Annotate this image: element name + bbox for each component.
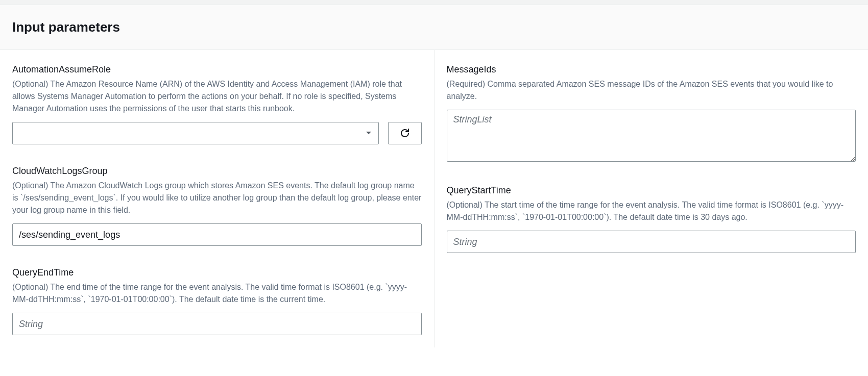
- input-cloudwatch-logs-group[interactable]: [12, 223, 422, 246]
- desc-cloudwatch-logs-group: (Optional) The Amazon CloudWatch Logs gr…: [12, 180, 422, 216]
- textarea-message-ids[interactable]: [447, 110, 856, 162]
- right-column: MessageIds (Required) Comma separated Am…: [435, 50, 869, 347]
- label-automation-assume-role: AutomationAssumeRole: [12, 64, 422, 75]
- page-title: Input parameters: [12, 19, 856, 35]
- select-automation-assume-role[interactable]: [12, 122, 379, 144]
- label-query-start-time: QueryStartTime: [447, 185, 856, 196]
- field-query-start-time: QueryStartTime (Optional) The start time…: [447, 185, 856, 253]
- input-query-start-time[interactable]: [447, 231, 856, 253]
- input-query-end-time[interactable]: [12, 313, 422, 335]
- left-column: AutomationAssumeRole (Optional) The Amaz…: [0, 50, 435, 347]
- desc-message-ids: (Required) Comma separated Amazon SES me…: [447, 78, 856, 103]
- panel-header: Input parameters: [0, 5, 868, 50]
- desc-automation-assume-role: (Optional) The Amazon Resource Name (ARN…: [12, 78, 422, 115]
- label-query-end-time: QueryEndTime: [12, 267, 422, 278]
- desc-query-start-time: (Optional) The start time of the time ra…: [447, 199, 856, 223]
- label-message-ids: MessageIds: [447, 64, 856, 75]
- field-message-ids: MessageIds (Required) Comma separated Am…: [447, 64, 856, 164]
- refresh-icon: [400, 128, 410, 138]
- field-cloudwatch-logs-group: CloudWatchLogsGroup (Optional) The Amazo…: [12, 166, 422, 246]
- field-query-end-time: QueryEndTime (Optional) The end time of …: [12, 267, 422, 335]
- desc-query-end-time: (Optional) The end time of the time rang…: [12, 281, 422, 306]
- refresh-button[interactable]: [388, 122, 422, 144]
- field-automation-assume-role: AutomationAssumeRole (Optional) The Amaz…: [12, 64, 422, 144]
- top-bar: [0, 0, 868, 5]
- label-cloudwatch-logs-group: CloudWatchLogsGroup: [12, 166, 422, 177]
